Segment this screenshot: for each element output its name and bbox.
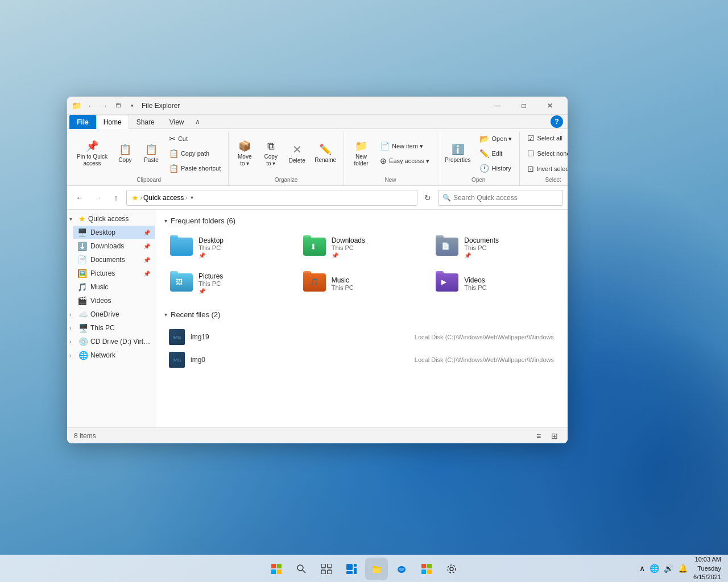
paste-shortcut-button[interactable]: 📋 Paste shortcut <box>165 161 225 175</box>
pin-quick-access-button[interactable]: 📌 Pin to Quickaccess <box>73 137 111 170</box>
select-none-button[interactable]: ☐ Select none <box>523 147 568 160</box>
desktop-folder-info: Desktop This PC 📌 <box>198 236 287 259</box>
back-button[interactable]: ← <box>72 190 88 206</box>
tray-chevron[interactable]: ∧ <box>638 563 646 574</box>
tab-share[interactable]: Share <box>129 115 162 129</box>
network-icon[interactable]: 🌐 <box>648 563 660 574</box>
task-view-button[interactable] <box>315 558 338 580</box>
folder-item-documents[interactable]: 📄 Documents This PC 📌 <box>430 232 559 263</box>
sidebar-item-desktop[interactable]: 🖥️ Desktop 📌 <box>73 226 155 239</box>
widgets-button[interactable] <box>340 558 363 580</box>
svg-rect-2 <box>271 569 276 574</box>
move-to-button[interactable]: 📦 Moveto ▾ <box>232 137 257 170</box>
recent-file-img0[interactable]: IMG img0 Local Disk (C:)\Windows\Web\Wal… <box>164 348 559 371</box>
grid-view-button[interactable]: ⊞ <box>548 430 561 442</box>
notification-icon[interactable]: 🔔 <box>677 563 689 574</box>
documents-folder-info: Documents This PC 📌 <box>464 236 553 259</box>
address-chevron-icon[interactable]: ▾ <box>191 194 193 201</box>
copy-large-button[interactable]: 📋 Copy <box>113 140 138 167</box>
sidebar-cddrive-header[interactable]: › 💿 CD Drive (D:) Virtuall <box>67 335 155 348</box>
volume-icon[interactable]: 🔊 <box>663 563 675 574</box>
videos-folder-name: Videos <box>464 276 553 284</box>
quick-access-toolbar-newwin[interactable]: 🗔 <box>112 99 125 112</box>
store-button[interactable] <box>415 558 438 580</box>
ribbon-help-btn[interactable]: ? <box>551 115 563 128</box>
copy-path-button[interactable]: 📋 Copy path <box>165 147 225 160</box>
sidebar: ▾ ★ Quick access 🖥️ Desktop 📌 ⬇️ Downloa… <box>67 210 155 427</box>
sidebar-item-videos[interactable]: 🎬 Videos <box>73 294 155 307</box>
open-btn[interactable]: 📂 Open ▾ <box>475 132 516 146</box>
documents-folder-icon: 📄 <box>436 238 458 256</box>
history-button[interactable]: 🕐 History <box>475 161 516 175</box>
folder-item-desktop[interactable]: Desktop This PC 📌 <box>164 232 293 263</box>
edit-button[interactable]: ✏️ Edit <box>475 147 516 160</box>
easy-access-icon: ⊕ <box>380 156 387 165</box>
recent-files-section: ▾ Recent files (2) IMG img19 Local Disk … <box>164 310 559 371</box>
edge-button[interactable] <box>390 558 413 580</box>
taskbar-search-button[interactable] <box>290 558 313 580</box>
folder-item-downloads[interactable]: ⬇ Downloads This PC 📌 <box>297 232 426 263</box>
svg-rect-10 <box>346 564 353 570</box>
downloads-pin-icon: 📌 <box>143 243 150 250</box>
start-button[interactable] <box>265 558 288 580</box>
sidebar-thispc-header[interactable]: › 🖥️ This PC <box>67 321 155 335</box>
sidebar-item-downloads[interactable]: ⬇️ Downloads 📌 <box>73 239 155 253</box>
forward-button[interactable]: → <box>90 190 106 206</box>
breadcrumb-sep2: › <box>185 194 187 202</box>
new-folder-button[interactable]: 📁 Newfolder <box>348 137 375 170</box>
taskbar-file-explorer-button[interactable] <box>365 558 388 580</box>
refresh-button[interactable]: ↻ <box>420 190 436 206</box>
search-input[interactable] <box>438 190 563 206</box>
tab-file[interactable]: File <box>69 115 96 129</box>
folder-item-music[interactable]: 🎵 Music This PC <box>297 268 426 299</box>
taskbar-clock[interactable]: 10:03 AM Tuesday 6/15/2021 <box>693 555 721 581</box>
cut-button[interactable]: ✂ Cut <box>165 132 225 146</box>
sidebar-item-music[interactable]: 🎵 Music <box>73 280 155 294</box>
copy-to-button[interactable]: ⧉ Copyto ▾ <box>258 138 283 170</box>
address-bar[interactable]: ★ › Quick access › ▾ <box>126 190 417 206</box>
close-button[interactable]: ✕ <box>537 97 563 115</box>
pictures-folder-info: Pictures This PC 📌 <box>198 272 287 294</box>
tab-view[interactable]: View <box>162 115 192 129</box>
new-folder-label: Newfolder <box>354 153 369 167</box>
up-button[interactable]: ↑ <box>108 190 124 206</box>
documents-folder-thumb: 📄 <box>436 238 458 258</box>
recent-files-toggle[interactable]: ▾ <box>164 311 167 318</box>
sidebar-item-documents[interactable]: 📄 Documents 📌 <box>73 253 155 267</box>
quick-access-toolbar-forward[interactable]: → <box>98 99 111 112</box>
paste-large-button[interactable]: 📋 Paste <box>139 140 164 167</box>
recent-file-img19[interactable]: IMG img19 Local Disk (C:)\Windows\Web\Wa… <box>164 326 559 348</box>
copy-path-label: Copy path <box>181 150 209 157</box>
maximize-button[interactable]: □ <box>511 97 537 115</box>
sidebar-quick-access-header[interactable]: ▾ ★ Quick access <box>67 212 155 226</box>
sidebar-onedrive-header[interactable]: › ☁️ OneDrive <box>67 307 155 321</box>
properties-button[interactable]: ℹ️ Properties <box>441 140 475 167</box>
svg-rect-11 <box>354 564 357 567</box>
minimize-button[interactable]: — <box>485 97 511 115</box>
easy-access-button[interactable]: ⊕ Easy access ▾ <box>376 154 433 168</box>
quick-access-toolbar-back[interactable]: ← <box>85 99 97 112</box>
breadcrumb-quick-access[interactable]: Quick access <box>143 194 184 202</box>
rename-button[interactable]: ✏️ Rename <box>311 140 340 167</box>
frequent-folders-toggle[interactable]: ▾ <box>164 218 167 224</box>
img0-path: Local Disk (C:)\Windows\Web\Wallpaper\Wi… <box>415 356 554 363</box>
quick-access-toolbar-dropdown[interactable]: ▾ <box>126 99 138 112</box>
downloads-folder-thumb: ⬇ <box>303 238 326 258</box>
onedrive-expand-icon: › <box>69 311 76 318</box>
tab-home[interactable]: Home <box>96 115 129 129</box>
folder-item-pictures[interactable]: 🖼 Pictures This PC 📌 <box>164 268 293 299</box>
sidebar-item-pictures[interactable]: 🖼️ Pictures 📌 <box>73 267 155 280</box>
settings-button[interactable] <box>440 558 463 580</box>
ribbon-collapse-btn[interactable]: ∧ <box>192 117 204 127</box>
svg-rect-1 <box>277 564 282 568</box>
folder-item-videos[interactable]: ▶ Videos This PC <box>430 268 559 299</box>
select-none-icon: ☐ <box>527 149 535 158</box>
select-all-icon: ☑ <box>527 134 535 143</box>
sidebar-network-header[interactable]: › 🌐 Network <box>67 348 155 362</box>
select-all-button[interactable]: ☑ Select all <box>523 131 566 145</box>
new-item-button[interactable]: 📄 New item ▾ <box>376 139 433 153</box>
delete-button[interactable]: ✕ Delete <box>284 140 309 167</box>
frequent-folders-grid: Desktop This PC 📌 ⬇ Downloads This PC <box>164 232 559 299</box>
list-view-button[interactable]: ≡ <box>532 430 545 442</box>
invert-selection-button[interactable]: ⊡ Invert selection <box>523 162 568 176</box>
